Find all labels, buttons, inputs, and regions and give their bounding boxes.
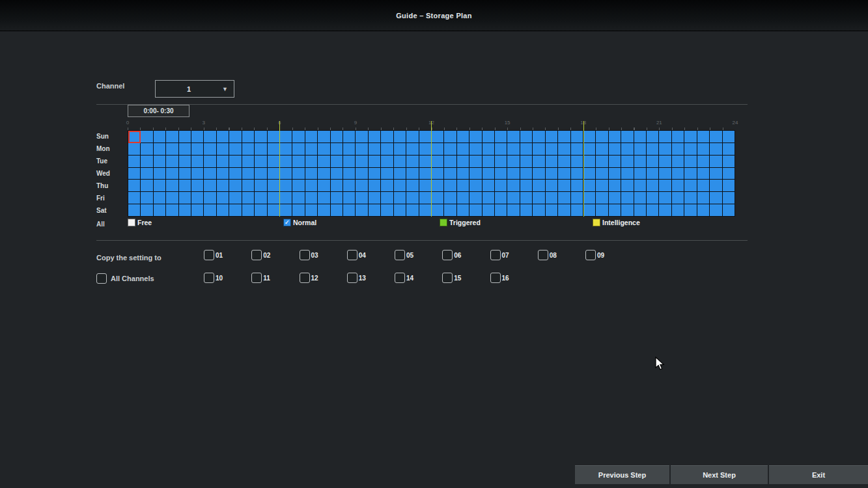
checkbox[interactable] bbox=[204, 250, 214, 260]
schedule-cell[interactable] bbox=[596, 156, 608, 168]
schedule-cell[interactable] bbox=[305, 131, 318, 143]
schedule-cell[interactable] bbox=[672, 131, 684, 143]
schedule-cell[interactable] bbox=[419, 156, 432, 168]
schedule-cell[interactable] bbox=[305, 156, 318, 168]
checkbox[interactable] bbox=[251, 273, 262, 283]
channel-checkbox-09[interactable]: 09 bbox=[585, 250, 633, 260]
schedule-cell[interactable] bbox=[546, 168, 558, 180]
schedule-cell[interactable] bbox=[609, 168, 621, 180]
exit-button[interactable]: Exit bbox=[769, 465, 868, 484]
schedule-cell[interactable] bbox=[229, 156, 242, 168]
checkbox[interactable] bbox=[251, 250, 262, 260]
schedule-cell[interactable] bbox=[533, 192, 545, 204]
schedule-cell[interactable] bbox=[659, 131, 671, 143]
schedule-cell[interactable] bbox=[533, 168, 545, 180]
schedule-cell[interactable] bbox=[583, 156, 596, 168]
channel-checkbox-14[interactable]: 14 bbox=[395, 273, 442, 283]
schedule-cell[interactable] bbox=[659, 204, 671, 217]
schedule-cell[interactable] bbox=[166, 156, 178, 168]
schedule-cell[interactable] bbox=[558, 180, 570, 192]
schedule-cell[interactable] bbox=[128, 143, 141, 156]
schedule-cell[interactable] bbox=[723, 168, 735, 180]
schedule-cell[interactable] bbox=[331, 156, 343, 168]
schedule-cell[interactable] bbox=[229, 168, 242, 180]
schedule-cell[interactable] bbox=[242, 192, 255, 204]
schedule-cell[interactable] bbox=[710, 168, 722, 180]
checkbox[interactable] bbox=[490, 273, 501, 283]
schedule-cell[interactable] bbox=[558, 143, 570, 156]
schedule-cell[interactable] bbox=[469, 192, 482, 204]
schedule-cell[interactable] bbox=[697, 156, 710, 168]
schedule-cell[interactable] bbox=[571, 204, 583, 217]
schedule-cell[interactable] bbox=[432, 168, 444, 180]
schedule-cell[interactable] bbox=[596, 180, 608, 192]
schedule-cell[interactable] bbox=[381, 143, 393, 156]
schedule-cell[interactable] bbox=[684, 131, 697, 143]
schedule-cell[interactable] bbox=[546, 143, 558, 156]
schedule-cell[interactable] bbox=[369, 156, 381, 168]
schedule-cell[interactable] bbox=[242, 168, 255, 180]
schedule-cell[interactable] bbox=[343, 131, 356, 143]
schedule-cell[interactable] bbox=[571, 192, 583, 204]
schedule-cell[interactable] bbox=[343, 168, 356, 180]
schedule-cell[interactable] bbox=[432, 156, 444, 168]
schedule-cell[interactable] bbox=[179, 180, 191, 192]
schedule-cell[interactable] bbox=[356, 143, 368, 156]
schedule-cell[interactable] bbox=[141, 180, 153, 192]
schedule-cell[interactable] bbox=[406, 131, 419, 143]
schedule-cell[interactable] bbox=[520, 192, 533, 204]
schedule-cell[interactable] bbox=[546, 204, 558, 217]
schedule-cell[interactable] bbox=[558, 192, 570, 204]
schedule-cell[interactable] bbox=[268, 143, 280, 156]
schedule-cell[interactable] bbox=[179, 192, 191, 204]
schedule-cell[interactable] bbox=[154, 204, 166, 217]
schedule-cell[interactable] bbox=[292, 156, 305, 168]
schedule-cell[interactable] bbox=[723, 131, 735, 143]
schedule-cell[interactable] bbox=[723, 204, 735, 217]
schedule-cell[interactable] bbox=[343, 192, 356, 204]
schedule-cell[interactable] bbox=[710, 143, 722, 156]
schedule-cell[interactable] bbox=[154, 192, 166, 204]
schedule-cell[interactable] bbox=[255, 204, 267, 217]
schedule-cell[interactable] bbox=[204, 204, 216, 217]
schedule-cell[interactable] bbox=[596, 192, 608, 204]
schedule-cell[interactable] bbox=[659, 180, 671, 192]
schedule-cell[interactable] bbox=[495, 204, 507, 217]
schedule-cell[interactable] bbox=[318, 131, 330, 143]
schedule-cell[interactable] bbox=[292, 143, 305, 156]
schedule-cell[interactable] bbox=[520, 180, 533, 192]
legend-item-free[interactable]: Free bbox=[128, 219, 152, 226]
schedule-cell[interactable] bbox=[533, 180, 545, 192]
schedule-cell[interactable] bbox=[369, 192, 381, 204]
schedule-cell[interactable] bbox=[204, 192, 216, 204]
schedule-cell[interactable] bbox=[217, 180, 229, 192]
schedule-cell[interactable] bbox=[406, 192, 419, 204]
channel-checkbox-10[interactable]: 10 bbox=[204, 273, 251, 283]
schedule-cell[interactable] bbox=[318, 143, 330, 156]
schedule-cell[interactable] bbox=[495, 156, 507, 168]
schedule-cell[interactable] bbox=[659, 168, 671, 180]
schedule-cell[interactable] bbox=[343, 180, 356, 192]
schedule-cell[interactable] bbox=[166, 143, 178, 156]
schedule-cell[interactable] bbox=[356, 168, 368, 180]
schedule-cell[interactable] bbox=[634, 180, 647, 192]
schedule-cell[interactable] bbox=[507, 204, 520, 217]
schedule-cell[interactable] bbox=[533, 143, 545, 156]
schedule-cell[interactable] bbox=[356, 156, 368, 168]
schedule-cell[interactable] bbox=[596, 131, 608, 143]
schedule-cell[interactable] bbox=[621, 156, 634, 168]
schedule-cell[interactable] bbox=[659, 143, 671, 156]
schedule-cell[interactable] bbox=[381, 168, 393, 180]
schedule-cell[interactable] bbox=[457, 156, 469, 168]
checkbox[interactable] bbox=[347, 273, 357, 283]
schedule-cell[interactable] bbox=[217, 204, 229, 217]
schedule-cell[interactable] bbox=[710, 156, 722, 168]
schedule-cell[interactable] bbox=[331, 192, 343, 204]
schedule-cell[interactable] bbox=[583, 131, 596, 143]
schedule-cell[interactable] bbox=[483, 156, 495, 168]
schedule-cell[interactable] bbox=[406, 156, 419, 168]
schedule-cell[interactable] bbox=[672, 168, 684, 180]
schedule-cell[interactable] bbox=[684, 192, 697, 204]
schedule-cell[interactable] bbox=[191, 180, 204, 192]
schedule-cell[interactable] bbox=[483, 180, 495, 192]
